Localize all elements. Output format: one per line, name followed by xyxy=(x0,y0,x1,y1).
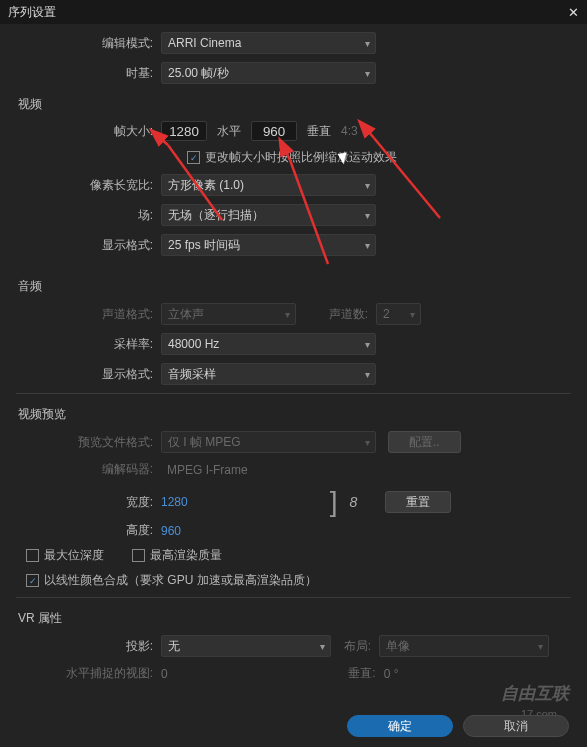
audio-display-select[interactable]: 音频采样 xyxy=(161,363,376,385)
sample-rate-label: 采样率: xyxy=(16,336,161,353)
video-section-title: 视频 xyxy=(18,96,571,113)
frame-size-label: 帧大小: xyxy=(16,123,161,140)
scale-motion-checkbox[interactable] xyxy=(187,151,200,164)
close-icon[interactable]: ✕ xyxy=(568,5,579,20)
linear-color-checkbox[interactable] xyxy=(26,574,39,587)
channel-fmt-label: 声道格式: xyxy=(16,306,161,323)
vr-section-title: VR 属性 xyxy=(18,610,571,627)
video-display-select[interactable]: 25 fps 时间码 xyxy=(161,234,376,256)
max-depth-label: 最大位深度 xyxy=(44,547,104,564)
hfov-value: 0 xyxy=(161,667,168,681)
audio-section-title: 音频 xyxy=(18,278,571,295)
frame-width-input[interactable] xyxy=(161,121,207,141)
timebase-label: 时基: xyxy=(16,65,161,82)
field-select[interactable]: 无场（逐行扫描） xyxy=(161,204,376,226)
vertical-label: 垂直 xyxy=(307,123,331,140)
link-icon[interactable]: 8 xyxy=(349,494,357,510)
codec-label: 编解码器: xyxy=(16,461,161,478)
codec-value: MPEG I-Frame xyxy=(161,463,248,477)
preview-width-value[interactable]: 1280 xyxy=(161,495,188,509)
preview-height-label: 高度: xyxy=(16,522,161,539)
channel-count-label: 声道数: xyxy=(296,306,376,323)
channel-fmt-select: 立体声 xyxy=(161,303,296,325)
scale-motion-label: 更改帧大小时按照比例缩放运动效果 xyxy=(205,149,397,166)
field-label: 场: xyxy=(16,207,161,224)
pixel-ratio-select[interactable]: 方形像素 (1.0) xyxy=(161,174,376,196)
dialog-title: 序列设置 xyxy=(8,4,56,21)
reset-button[interactable]: 重置 xyxy=(385,491,451,513)
horizontal-label: 水平 xyxy=(217,123,241,140)
frame-height-input[interactable] xyxy=(251,121,297,141)
max-quality-checkbox[interactable] xyxy=(132,549,145,562)
audio-display-label: 显示格式: xyxy=(16,366,161,383)
channel-count-select: 2 xyxy=(376,303,421,325)
hfov-label: 水平捕捉的视图: xyxy=(16,665,161,682)
linear-color-label: 以线性颜色合成（要求 GPU 加速或最高渲染品质） xyxy=(44,572,317,589)
bracket-icon: ] xyxy=(330,486,338,518)
aspect-ratio-text: 4:3 xyxy=(341,124,358,138)
preview-section-title: 视频预览 xyxy=(18,406,571,423)
timebase-select[interactable]: 25.00 帧/秒 xyxy=(161,62,376,84)
ok-button[interactable]: 确定 xyxy=(347,715,453,737)
layout-label: 布局: xyxy=(331,638,379,655)
preview-file-fmt-select: 仅 I 帧 MPEG xyxy=(161,431,376,453)
video-display-label: 显示格式: xyxy=(16,237,161,254)
watermark-text: 自由互联 xyxy=(501,682,569,705)
projection-label: 投影: xyxy=(16,638,161,655)
preview-height-value[interactable]: 960 xyxy=(161,524,181,538)
projection-select[interactable]: 无 xyxy=(161,635,331,657)
vfov-label: 垂直: xyxy=(168,665,384,682)
vfov-value: 0 ° xyxy=(384,667,399,681)
max-quality-label: 最高渲染质量 xyxy=(150,547,222,564)
config-button: 配置.. xyxy=(388,431,461,453)
pixel-ratio-label: 像素长宽比: xyxy=(16,177,161,194)
edit-mode-label: 编辑模式: xyxy=(16,35,161,52)
max-depth-checkbox[interactable] xyxy=(26,549,39,562)
cancel-button[interactable]: 取消 xyxy=(463,715,569,737)
sample-rate-select[interactable]: 48000 Hz xyxy=(161,333,376,355)
preview-width-label: 宽度: xyxy=(16,494,161,511)
edit-mode-select[interactable]: ARRI Cinema xyxy=(161,32,376,54)
preview-file-fmt-label: 预览文件格式: xyxy=(16,434,161,451)
layout-select: 单像 xyxy=(379,635,549,657)
